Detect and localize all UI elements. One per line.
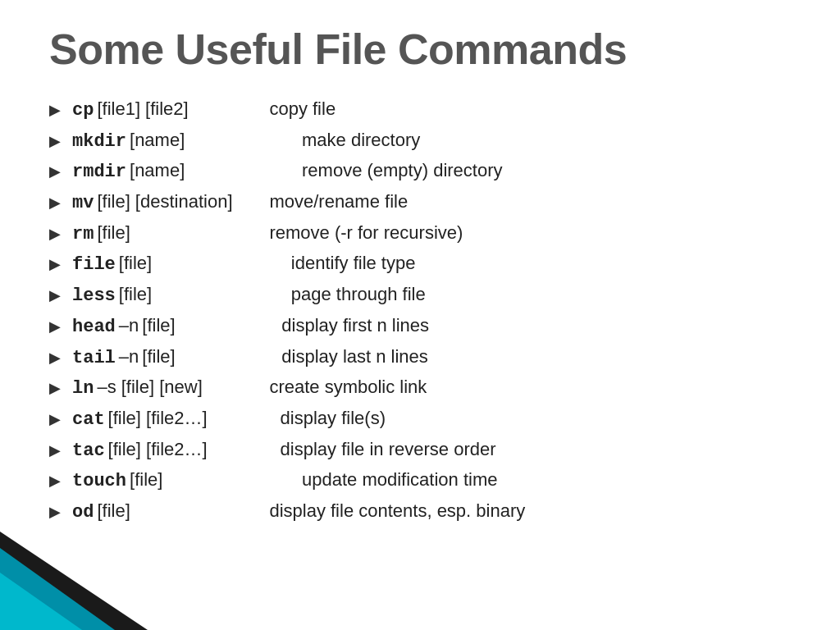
command-desc: remove (empty) directory bbox=[302, 158, 503, 183]
list-item: ▶cp [file1] [file2]copy file bbox=[49, 97, 791, 123]
bullet-icon: ▶ bbox=[49, 224, 64, 244]
list-item: ▶od [file]display file contents, esp. bi… bbox=[49, 499, 791, 525]
command-name: od bbox=[72, 500, 94, 525]
list-item: ▶cat [file] [file2…]display file(s) bbox=[49, 406, 791, 432]
command-args: [name] bbox=[130, 128, 302, 153]
list-item: ▶less [file]page through file bbox=[49, 282, 791, 308]
command-name: touch bbox=[72, 469, 126, 494]
slide: Some Useful File Commands ▶cp [file1] [f… bbox=[0, 0, 840, 630]
command-desc: display file(s) bbox=[281, 406, 386, 431]
command-args: [file] [file2…] bbox=[108, 437, 281, 462]
command-name: head bbox=[72, 315, 116, 340]
command-name: file bbox=[72, 253, 116, 277]
command-name: tail bbox=[72, 346, 116, 371]
command-args: [file] bbox=[119, 251, 291, 276]
bullet-icon: ▶ bbox=[49, 409, 64, 429]
list-item: ▶rmdir [name]remove (empty) directory bbox=[49, 158, 791, 185]
command-args: [file] [file2…] bbox=[108, 406, 281, 431]
bullet-icon: ▶ bbox=[49, 378, 64, 398]
bullet-icon: ▶ bbox=[49, 162, 64, 181]
list-item: ▶mv [file] [destination]move/rename file bbox=[49, 189, 791, 216]
command-name: mkdir bbox=[72, 130, 126, 154]
command-name: ln bbox=[72, 377, 94, 401]
command-name: less bbox=[72, 284, 116, 308]
bullet-icon: ▶ bbox=[49, 100, 64, 120]
command-args: [file] bbox=[142, 313, 281, 338]
list-item: ▶file [file]identify file type bbox=[49, 251, 791, 277]
bullet-icon: ▶ bbox=[49, 502, 64, 522]
command-args: [file] bbox=[119, 282, 291, 307]
bullet-icon: ▶ bbox=[49, 131, 64, 151]
command-desc: make directory bbox=[302, 128, 420, 153]
command-desc: display file in reverse order bbox=[281, 437, 496, 462]
command-desc: identify file type bbox=[291, 251, 416, 276]
command-args: [file] bbox=[130, 468, 302, 492]
list-item: ▶ln –s [file] [new]create symbolic link bbox=[49, 375, 791, 401]
command-name: cat bbox=[72, 408, 105, 432]
list-item: ▶mkdir [name]make directory bbox=[49, 128, 791, 154]
command-args: [name] bbox=[130, 158, 302, 183]
slide-title: Some Useful File Commands bbox=[49, 25, 791, 74]
list-item: ▶tail –n [file]display last n lines bbox=[49, 345, 791, 371]
bullet-icon: ▶ bbox=[49, 348, 64, 368]
command-desc: page through file bbox=[291, 282, 426, 307]
bullet-icon: ▶ bbox=[49, 317, 64, 336]
list-item: ▶rm [file]remove (-r for recursive) bbox=[49, 221, 791, 247]
command-desc: remove (-r for recursive) bbox=[269, 221, 463, 245]
command-desc: move/rename file bbox=[269, 189, 408, 214]
command-desc: create symbolic link bbox=[269, 375, 427, 399]
corner-decoration bbox=[0, 532, 148, 630]
command-name: rm bbox=[72, 222, 94, 247]
bullet-icon: ▶ bbox=[49, 193, 64, 212]
command-args: [file] bbox=[142, 345, 281, 369]
command-desc: display first n lines bbox=[281, 313, 429, 338]
command-desc: update modification time bbox=[302, 468, 497, 492]
list-item: ▶tac [file] [file2…]display file in reve… bbox=[49, 437, 791, 463]
bullet-icon: ▶ bbox=[49, 471, 64, 491]
command-args: [file] bbox=[97, 221, 269, 245]
command-desc: display last n lines bbox=[281, 345, 428, 369]
command-args: [file1] [file2] bbox=[97, 97, 269, 121]
command-name: cp bbox=[72, 98, 94, 123]
command-args: [file] bbox=[97, 499, 269, 523]
command-args: [file] [destination] bbox=[97, 189, 269, 214]
command-modifier: –n bbox=[119, 345, 139, 369]
list-item: ▶head –n [file]display first n lines bbox=[49, 313, 791, 340]
bullet-icon: ▶ bbox=[49, 441, 64, 460]
bullet-icon: ▶ bbox=[49, 285, 64, 305]
command-name: rmdir bbox=[72, 160, 126, 185]
command-modifier: –n bbox=[119, 313, 139, 338]
command-args: –s [file] [new] bbox=[97, 375, 269, 399]
command-desc: copy file bbox=[269, 97, 336, 121]
list-item: ▶touch [file]update modification time bbox=[49, 468, 791, 494]
command-name: mv bbox=[72, 191, 94, 216]
command-desc: display file contents, esp. binary bbox=[269, 499, 525, 523]
command-name: tac bbox=[72, 439, 105, 463]
bullet-icon: ▶ bbox=[49, 254, 64, 274]
commands-list: ▶cp [file1] [file2]copy file▶mkdir [name… bbox=[49, 97, 791, 525]
